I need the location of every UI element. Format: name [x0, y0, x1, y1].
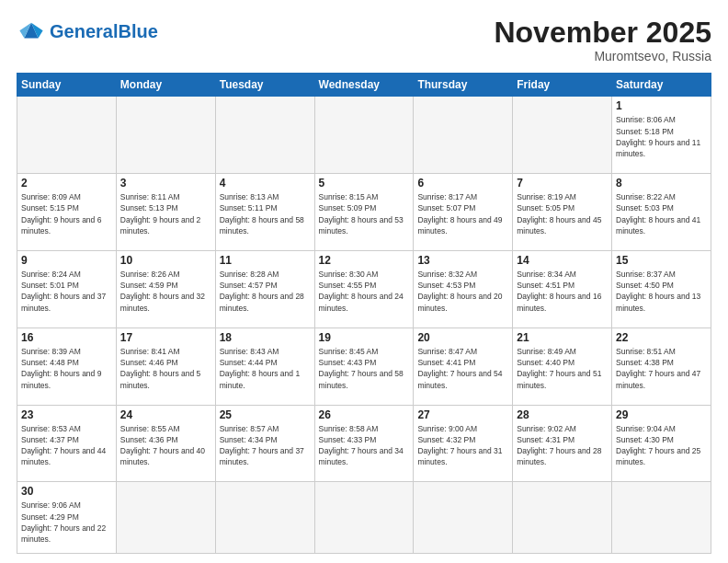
day-num: 22 — [616, 331, 707, 344]
day-cell-9: 9 Sunrise: 8:24 AMSunset: 5:01 PMDayligh… — [17, 250, 117, 327]
day-num: 29 — [616, 408, 707, 421]
day-cell-29: 29 Sunrise: 9:04 AMSunset: 4:30 PMDaylig… — [612, 405, 711, 482]
day-cell-12: 12 Sunrise: 8:30 AMSunset: 4:55 PMDaylig… — [314, 250, 414, 327]
day-cell-26: 26 Sunrise: 8:58 AMSunset: 4:33 PMDaylig… — [314, 405, 414, 482]
day-info: Sunrise: 8:09 AMSunset: 5:15 PMDaylight:… — [21, 191, 112, 236]
day-cell-1: 1 Sunrise: 8:06 AMSunset: 5:18 PMDayligh… — [612, 97, 711, 174]
day-cell-23: 23 Sunrise: 8:53 AMSunset: 4:37 PMDaylig… — [17, 405, 117, 482]
day-cell-7: 7 Sunrise: 8:19 AMSunset: 5:05 PMDayligh… — [513, 174, 612, 251]
col-sunday: Sunday — [17, 74, 117, 97]
day-num: 3 — [120, 177, 211, 190]
week-row-2: 2 Sunrise: 8:09 AMSunset: 5:15 PMDayligh… — [17, 174, 711, 251]
day-info: Sunrise: 9:00 AMSunset: 4:32 PMDaylight:… — [417, 423, 508, 468]
day-cell-30: 30 Sunrise: 9:06 AMSunset: 4:29 PMDaylig… — [17, 482, 117, 554]
location: Muromtsevo, Russia — [494, 49, 711, 63]
day-num: 6 — [417, 177, 508, 190]
week-row-3: 9 Sunrise: 8:24 AMSunset: 5:01 PMDayligh… — [17, 250, 711, 327]
day-num: 4 — [220, 177, 311, 190]
day-cell-21: 21 Sunrise: 8:49 AMSunset: 4:40 PMDaylig… — [513, 327, 612, 405]
day-num: 24 — [120, 408, 211, 421]
day-info: Sunrise: 9:06 AMSunset: 4:29 PMDaylight:… — [21, 500, 112, 545]
day-info: Sunrise: 8:17 AMSunset: 5:07 PMDaylight:… — [417, 191, 508, 236]
col-saturday: Saturday — [612, 74, 711, 97]
day-cell-10: 10 Sunrise: 8:26 AMSunset: 4:59 PMDaylig… — [116, 250, 215, 327]
day-info: Sunrise: 8:19 AMSunset: 5:05 PMDaylight:… — [517, 191, 608, 236]
day-cell-empty — [513, 482, 612, 554]
day-info: Sunrise: 8:15 AMSunset: 5:09 PMDaylight:… — [319, 191, 410, 236]
day-num: 30 — [21, 485, 112, 498]
day-info: Sunrise: 8:30 AMSunset: 4:55 PMDaylight:… — [319, 269, 410, 314]
day-info: Sunrise: 9:02 AMSunset: 4:31 PMDaylight:… — [517, 423, 608, 468]
day-num: 13 — [417, 254, 508, 267]
day-info: Sunrise: 8:22 AMSunset: 5:03 PMDaylight:… — [616, 191, 707, 236]
week-row-4: 16 Sunrise: 8:39 AMSunset: 4:48 PMDaylig… — [17, 327, 711, 405]
day-num: 7 — [517, 177, 608, 190]
day-num: 27 — [417, 408, 508, 421]
day-cell-5: 5 Sunrise: 8:15 AMSunset: 5:09 PMDayligh… — [314, 174, 414, 251]
day-cell-11: 11 Sunrise: 8:28 AMSunset: 4:57 PMDaylig… — [215, 250, 314, 327]
day-info: Sunrise: 8:51 AMSunset: 4:38 PMDaylight:… — [616, 346, 707, 391]
day-info: Sunrise: 8:49 AMSunset: 4:40 PMDaylight:… — [517, 346, 608, 391]
day-cell-empty — [314, 97, 414, 174]
day-info: Sunrise: 8:32 AMSunset: 4:53 PMDaylight:… — [417, 269, 508, 314]
day-cell-25: 25 Sunrise: 8:57 AMSunset: 4:34 PMDaylig… — [215, 405, 314, 482]
day-num: 1 — [616, 99, 707, 112]
day-num: 21 — [517, 331, 608, 344]
day-num: 2 — [21, 177, 112, 190]
day-cell-18: 18 Sunrise: 8:43 AMSunset: 4:44 PMDaylig… — [215, 327, 314, 405]
col-thursday: Thursday — [414, 74, 513, 97]
day-num: 15 — [616, 254, 707, 267]
day-cell-empty — [513, 97, 612, 174]
day-num: 14 — [517, 254, 608, 267]
day-cell-8: 8 Sunrise: 8:22 AMSunset: 5:03 PMDayligh… — [612, 174, 711, 251]
header: GeneralBlue November 2025 Muromtsevo, Ru… — [17, 17, 711, 63]
day-info: Sunrise: 8:34 AMSunset: 4:51 PMDaylight:… — [517, 269, 608, 314]
day-cell-empty — [116, 482, 215, 554]
day-num: 17 — [120, 331, 211, 344]
day-cell-6: 6 Sunrise: 8:17 AMSunset: 5:07 PMDayligh… — [414, 174, 513, 251]
day-cell-27: 27 Sunrise: 9:00 AMSunset: 4:32 PMDaylig… — [414, 405, 513, 482]
day-cell-empty — [215, 482, 314, 554]
day-info: Sunrise: 8:37 AMSunset: 4:50 PMDaylight:… — [616, 269, 707, 314]
day-cell-15: 15 Sunrise: 8:37 AMSunset: 4:50 PMDaylig… — [612, 250, 711, 327]
day-num: 12 — [319, 254, 410, 267]
day-info: Sunrise: 8:55 AMSunset: 4:36 PMDaylight:… — [120, 423, 211, 468]
day-num: 26 — [319, 408, 410, 421]
day-info: Sunrise: 8:11 AMSunset: 5:13 PMDaylight:… — [120, 191, 211, 236]
day-cell-13: 13 Sunrise: 8:32 AMSunset: 4:53 PMDaylig… — [414, 250, 513, 327]
day-info: Sunrise: 8:43 AMSunset: 4:44 PMDaylight:… — [220, 346, 311, 391]
day-info: Sunrise: 8:26 AMSunset: 4:59 PMDaylight:… — [120, 269, 211, 314]
day-info: Sunrise: 8:24 AMSunset: 5:01 PMDaylight:… — [21, 269, 112, 314]
day-num: 9 — [21, 254, 112, 267]
page: GeneralBlue November 2025 Muromtsevo, Ru… — [0, 0, 728, 563]
day-info: Sunrise: 8:53 AMSunset: 4:37 PMDaylight:… — [21, 423, 112, 468]
logo-general-text: General — [50, 21, 118, 41]
day-info: Sunrise: 8:45 AMSunset: 4:43 PMDaylight:… — [319, 346, 410, 391]
col-friday: Friday — [513, 74, 612, 97]
title-block: November 2025 Muromtsevo, Russia — [494, 17, 711, 63]
day-cell-14: 14 Sunrise: 8:34 AMSunset: 4:51 PMDaylig… — [513, 250, 612, 327]
day-num: 5 — [319, 177, 410, 190]
col-monday: Monday — [116, 74, 215, 97]
day-info: Sunrise: 9:04 AMSunset: 4:30 PMDaylight:… — [616, 423, 707, 468]
day-cell-empty — [414, 97, 513, 174]
day-cell-2: 2 Sunrise: 8:09 AMSunset: 5:15 PMDayligh… — [17, 174, 117, 251]
week-row-5: 23 Sunrise: 8:53 AMSunset: 4:37 PMDaylig… — [17, 405, 711, 482]
day-info: Sunrise: 8:28 AMSunset: 4:57 PMDaylight:… — [220, 269, 311, 314]
logo-text: GeneralBlue — [50, 22, 158, 40]
day-info: Sunrise: 8:47 AMSunset: 4:41 PMDaylight:… — [417, 346, 508, 391]
day-info: Sunrise: 8:58 AMSunset: 4:33 PMDaylight:… — [319, 423, 410, 468]
day-info: Sunrise: 8:39 AMSunset: 4:48 PMDaylight:… — [21, 346, 112, 391]
day-cell-empty — [612, 482, 711, 554]
day-info: Sunrise: 8:13 AMSunset: 5:11 PMDaylight:… — [220, 191, 311, 236]
logo-blue-text: Blue — [118, 21, 157, 41]
day-num: 20 — [417, 331, 508, 344]
day-info: Sunrise: 8:41 AMSunset: 4:46 PMDaylight:… — [120, 346, 211, 391]
col-tuesday: Tuesday — [215, 74, 314, 97]
day-num: 18 — [220, 331, 311, 344]
day-cell-empty — [116, 97, 215, 174]
day-num: 25 — [220, 408, 311, 421]
day-num: 23 — [21, 408, 112, 421]
day-cell-17: 17 Sunrise: 8:41 AMSunset: 4:46 PMDaylig… — [116, 327, 215, 405]
month-title: November 2025 — [494, 17, 711, 49]
